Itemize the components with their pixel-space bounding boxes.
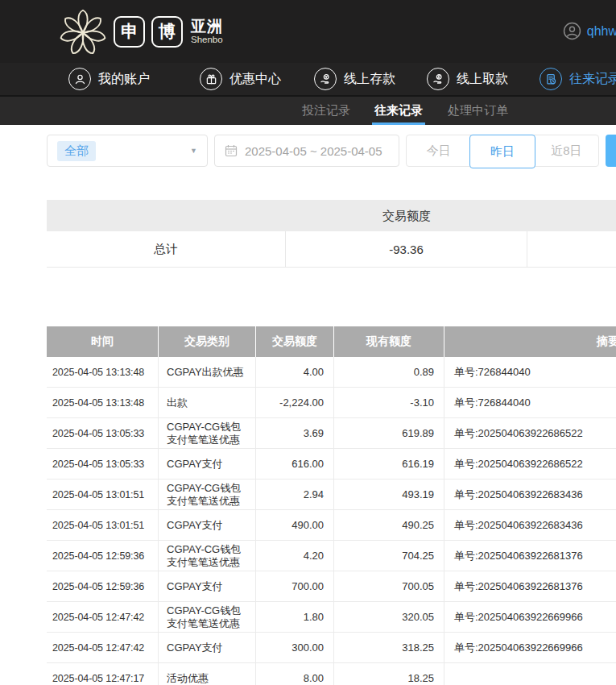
table-row: 2025-04-05 13:05:33CGPAY支付616.00616.19单号… (47, 449, 616, 480)
cell-time: 2025-04-05 12:59:36 (47, 541, 159, 571)
avatar-icon (563, 22, 581, 40)
date-range-input[interactable]: 2025-04-05 ~ 2025-04-05 (214, 135, 399, 167)
quick-date-button-group: 今日昨日近8日 (406, 135, 599, 167)
quick-date-button[interactable]: 今日 (407, 135, 470, 166)
table-row: 2025-04-05 12:47:42CGPAY-CG钱包支付笔笔送优惠1.80… (47, 602, 616, 633)
brand-char-bo: 博 (151, 16, 183, 48)
user-menu[interactable]: qhhw (563, 22, 616, 40)
cell-type: CGPAY出款优惠 (159, 357, 256, 387)
cell-type: CGPAY-CG钱包支付笔笔送优惠 (159, 418, 256, 448)
cell-memo: 单号:202504063922686522 (444, 449, 616, 479)
cell-time: 2025-04-05 12:47:42 (47, 633, 159, 662)
tab-transaction-records[interactable]: 往来记录 (372, 97, 425, 125)
cell-type: CGPAY-CG钱包支付笔笔送优惠 (159, 602, 256, 632)
cell-balance: 320.05 (334, 602, 444, 632)
cell-amount: 1.80 (256, 602, 334, 632)
table-row: 2025-04-05 13:01:51CGPAY支付490.00490.25单号… (47, 510, 616, 541)
column-header-3: 现有额度 (334, 326, 444, 357)
tab-pending-orders[interactable]: 处理中订单 (445, 97, 511, 125)
table-row: 2025-04-05 13:01:51CGPAY-CG钱包支付笔笔送优惠2.94… (47, 480, 616, 510)
cell-balance: 318.25 (334, 633, 444, 662)
summary-header-spacer (527, 200, 616, 231)
cell-time: 2025-04-05 13:01:51 (47, 510, 159, 540)
cell-memo: 单号:202504063922681376 (444, 541, 616, 571)
cell-type: CGPAY支付 (159, 571, 256, 601)
date-range-value: 2025-04-05 ~ 2025-04-05 (245, 144, 382, 158)
cell-memo: 单号:202504063922681376 (444, 571, 616, 601)
cell-memo: 单号:202504063922669966 (444, 602, 616, 632)
username: qhhw (587, 24, 616, 39)
cell-type: 出款 (159, 388, 256, 417)
column-header-4: 摘要 (444, 326, 616, 357)
cell-amount: 8.00 (256, 663, 334, 685)
summary-total-label: 总计 (47, 231, 286, 267)
nav-item-label: 往来记录 (569, 71, 616, 88)
cell-memo: 单号:202504063922683436 (444, 480, 616, 509)
cell-time: 2025-04-05 13:13:48 (47, 388, 159, 417)
cell-memo: 单号:202504063922686522 (444, 418, 616, 448)
nav-item-label: 线上存款 (344, 71, 395, 88)
cell-type: 活动优惠 (159, 663, 256, 685)
cell-amount: 300.00 (256, 633, 334, 662)
table-row: 2025-04-05 13:05:33CGPAY-CG钱包支付笔笔送优惠3.69… (47, 418, 616, 449)
chevron-down-icon: ▼ (190, 147, 197, 155)
cell-time: 2025-04-05 13:01:51 (47, 480, 159, 509)
column-header-2: 交易额度 (256, 326, 334, 357)
cell-type: CGPAY-CG钱包支付笔笔送优惠 (159, 480, 256, 509)
nav-item-label: 优惠中心 (229, 71, 281, 88)
main-nav: 我的账户优惠中心线上存款线上取款往来记录 (0, 63, 616, 95)
sub-nav: 投注记录往来记录处理中订单 (0, 95, 616, 125)
type-filter-dropdown[interactable]: 全部 ▼ (47, 135, 208, 167)
cell-amount: -2,224.00 (256, 388, 334, 417)
cell-time: 2025-04-05 13:05:33 (47, 418, 159, 448)
cell-amount: 2.94 (256, 480, 334, 509)
summary-header-row: 交易额度 (47, 200, 616, 231)
brand-region: 亚洲 (191, 19, 223, 35)
table-header-row: 时间交易类别交易额度现有额度摘要 (47, 326, 616, 357)
records-icon (540, 68, 562, 90)
brand-latin: Shenbo (191, 35, 223, 44)
cell-balance: 0.89 (334, 357, 444, 387)
nav-item-online-deposit[interactable]: 线上存款 (314, 63, 395, 95)
table-row: 2025-04-05 12:59:36CGPAY支付700.00700.05单号… (47, 571, 616, 602)
withdraw-icon (427, 68, 449, 90)
nav-item-transaction-records[interactable]: 往来记录 (540, 63, 616, 95)
search-button[interactable] (606, 135, 616, 167)
table-row: 2025-04-05 12:59:36CGPAY-CG钱包支付笔笔送优惠4.20… (47, 541, 616, 571)
cell-balance: 18.25 (334, 663, 444, 685)
cell-memo: 单号:726844040 (444, 388, 616, 417)
cell-time: 2025-04-05 13:13:48 (47, 357, 159, 387)
table-row: 2025-04-05 13:13:48CGPAY出款优惠4.000.89单号:7… (47, 357, 616, 388)
cell-balance: 616.19 (334, 449, 444, 479)
gift-icon (200, 68, 222, 90)
cell-memo: 单号:202504063922683436 (444, 510, 616, 540)
column-header-0: 时间 (47, 326, 159, 357)
quick-date-button[interactable]: 昨日 (469, 135, 535, 168)
lotus-flower-icon (59, 6, 107, 56)
cell-amount: 700.00 (256, 571, 334, 601)
cell-balance: 700.05 (334, 571, 444, 601)
quick-date-button[interactable]: 近8日 (535, 135, 598, 166)
summary-header-spacer (47, 200, 286, 231)
summary-table: 交易额度 总计 -93.36 (47, 200, 616, 268)
summary-empty-cell (527, 231, 616, 267)
top-bar: 申 博 亚洲 Shenbo qhhw (0, 0, 616, 63)
brand-logo[interactable]: 申 博 亚洲 Shenbo (59, 6, 223, 56)
nav-item-online-withdraw[interactable]: 线上取款 (427, 63, 508, 95)
deposit-icon (314, 68, 337, 90)
cell-type: CGPAY支付 (159, 449, 256, 479)
cell-memo: 单号:202504063922669966 (444, 633, 616, 662)
nav-item-label: 我的账户 (98, 71, 150, 88)
nav-item-my-account[interactable]: 我的账户 (68, 63, 150, 95)
table-row: 2025-04-05 13:13:48出款-2,224.00-3.10单号:72… (47, 388, 616, 418)
nav-item-promotions[interactable]: 优惠中心 (200, 63, 281, 95)
tab-bet-records[interactable]: 投注记录 (300, 97, 353, 125)
type-filter-selected-chip: 全部 (57, 141, 96, 161)
cell-balance: -3.10 (334, 388, 444, 417)
page: 申 博 亚洲 Shenbo qhhw 我的账户优惠中心线上存款线上取款往来记录 … (0, 0, 616, 685)
table-row: 2025-04-05 12:47:42CGPAY支付300.00318.25单号… (47, 633, 616, 663)
cell-balance: 619.89 (334, 418, 444, 448)
cell-amount: 616.00 (256, 449, 334, 479)
person-icon (68, 68, 91, 90)
brand-char-shen: 申 (114, 16, 145, 48)
